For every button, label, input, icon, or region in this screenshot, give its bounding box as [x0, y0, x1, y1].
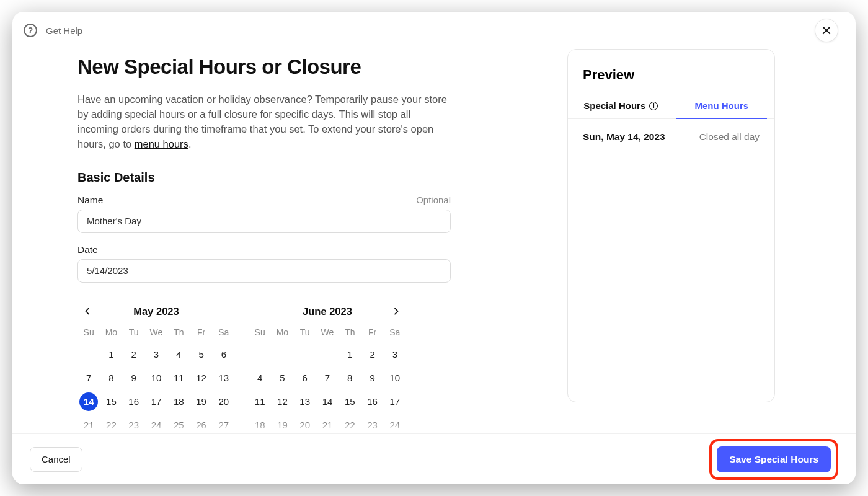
calendar-day[interactable]: 5	[271, 370, 293, 387]
calendar-day[interactable]: 14	[78, 393, 100, 410]
calendar-day[interactable]: 9	[361, 370, 383, 387]
calendar-day[interactable]: 10	[145, 370, 167, 387]
calendar-day[interactable]: 20	[294, 417, 316, 433]
calendar-day[interactable]: 10	[384, 370, 406, 387]
calendar-day[interactable]: 20	[213, 393, 235, 410]
calendar-day[interactable]: 23	[361, 417, 383, 433]
calendar-next-button[interactable]	[388, 303, 405, 320]
date-input[interactable]	[78, 259, 451, 283]
calendar-blank	[78, 346, 100, 363]
calendar-day[interactable]: 6	[294, 370, 316, 387]
calendar-day[interactable]: 16	[123, 393, 145, 410]
calendar-month-title: May 2023	[78, 303, 235, 320]
calendar-day[interactable]: 14	[316, 393, 339, 410]
special-hours-modal: ? Get Help New Special Hours or Closure …	[12, 12, 856, 484]
calendar-day[interactable]: 7	[78, 370, 100, 387]
calendar-day[interactable]: 15	[100, 393, 122, 410]
page-description: Have an upcoming vacation or holiday obs…	[78, 92, 453, 152]
calendar-prev-button[interactable]	[79, 303, 96, 320]
calendar-dow: We	[316, 327, 339, 340]
calendar-day[interactable]: 24	[384, 417, 406, 433]
calendar-day[interactable]: 16	[361, 393, 383, 410]
calendar-dow: Su	[249, 327, 271, 340]
tab-label: Special Hours	[583, 100, 645, 111]
calendar-day[interactable]: 2	[123, 346, 145, 363]
calendar-dow: Su	[78, 327, 100, 340]
get-help-button[interactable]: ? Get Help	[24, 24, 82, 37]
calendar-day[interactable]: 2	[361, 346, 383, 363]
calendar-day[interactable]: 17	[145, 393, 167, 410]
calendar-day[interactable]: 12	[271, 393, 293, 410]
calendar-day[interactable]: 3	[384, 346, 406, 363]
get-help-label: Get Help	[46, 25, 82, 36]
calendar-dow: Sa	[213, 327, 235, 340]
date-field-row: Date	[78, 244, 451, 255]
description-post: .	[188, 138, 192, 149]
date-label: Date	[78, 244, 98, 255]
tab-menu-hours[interactable]: Menu Hours	[671, 94, 773, 118]
menu-hours-link[interactable]: menu hours	[135, 138, 188, 149]
calendar-day[interactable]: 4	[167, 346, 190, 363]
calendar-day[interactable]: 3	[145, 346, 167, 363]
calendar-day[interactable]: 13	[213, 370, 235, 387]
info-icon: i	[649, 102, 658, 110]
calendar-day[interactable]: 12	[190, 370, 212, 387]
calendar-blank	[249, 346, 271, 363]
calendar-dow: Mo	[100, 327, 122, 340]
calendar-day[interactable]: 21	[316, 417, 339, 433]
calendar-day[interactable]: 17	[384, 393, 406, 410]
calendar-day[interactable]: 26	[190, 417, 212, 433]
calendar-day[interactable]: 24	[145, 417, 167, 433]
preview-column: Preview Special HoursiMenu Hours Sun, Ma…	[567, 49, 775, 433]
calendar-day[interactable]: 8	[100, 370, 122, 387]
calendar-day[interactable]: 8	[339, 370, 361, 387]
calendar-day[interactable]: 5	[190, 346, 212, 363]
page-title: New Special Hours or Closure	[78, 55, 462, 79]
calendar-grid: SuMoTuWeThFrSa12345678910111213141516171…	[249, 327, 406, 433]
calendar-month: May 2023SuMoTuWeThFrSa123456789101112131…	[78, 303, 235, 433]
calendar-day[interactable]: 19	[190, 393, 212, 410]
preview-row: Sun, May 14, 2023 Closed all day	[568, 119, 774, 155]
modal-footer: Cancel Save Special Hours	[12, 433, 856, 484]
calendar-day[interactable]: 7	[316, 370, 339, 387]
calendar-day[interactable]: 15	[339, 393, 361, 410]
cancel-button[interactable]: Cancel	[30, 447, 82, 472]
calendar-day[interactable]: 25	[167, 417, 190, 433]
help-icon: ?	[24, 24, 37, 37]
calendar-day[interactable]: 21	[78, 417, 100, 433]
save-special-hours-button[interactable]: Save Special Hours	[717, 446, 831, 472]
calendar-blank	[271, 346, 293, 363]
form-column: New Special Hours or Closure Have an upc…	[78, 49, 462, 433]
name-input[interactable]	[78, 210, 451, 233]
calendar-day[interactable]: 6	[213, 346, 235, 363]
calendar-blank	[316, 346, 339, 363]
calendar-day[interactable]: 18	[167, 393, 190, 410]
description-text: Have an upcoming vacation or holiday obs…	[78, 94, 447, 149]
chevron-left-icon	[82, 306, 92, 316]
calendar-day[interactable]: 18	[249, 417, 271, 433]
preview-tabs: Special HoursiMenu Hours	[568, 94, 774, 119]
calendar-day[interactable]: 27	[213, 417, 235, 433]
calendar-day[interactable]: 23	[123, 417, 145, 433]
calendar-day[interactable]: 22	[100, 417, 122, 433]
calendar-day[interactable]: 11	[167, 370, 190, 387]
preview-status: Closed all day	[699, 131, 760, 143]
calendar-day[interactable]: 1	[339, 346, 361, 363]
calendar-grid: SuMoTuWeThFrSa12345678910111213141516171…	[78, 327, 235, 433]
close-button[interactable]	[815, 19, 838, 42]
top-bar: ? Get Help	[12, 12, 856, 49]
calendar: May 2023SuMoTuWeThFrSa123456789101112131…	[78, 303, 406, 433]
name-field-row: Name Optional	[78, 195, 451, 206]
save-highlight: Save Special Hours	[709, 439, 838, 480]
tab-special-hours[interactable]: Special Hoursi	[570, 94, 671, 118]
calendar-day[interactable]: 22	[339, 417, 361, 433]
calendar-day[interactable]: 19	[271, 417, 293, 433]
calendar-dow: Th	[167, 327, 190, 340]
preview-card: Preview Special HoursiMenu Hours Sun, Ma…	[567, 49, 775, 402]
calendar-day[interactable]: 13	[294, 393, 316, 410]
calendar-day[interactable]: 9	[123, 370, 145, 387]
calendar-day[interactable]: 4	[249, 370, 271, 387]
calendar-day[interactable]: 1	[100, 346, 122, 363]
preview-date: Sun, May 14, 2023	[583, 131, 665, 143]
calendar-day[interactable]: 11	[249, 393, 271, 410]
